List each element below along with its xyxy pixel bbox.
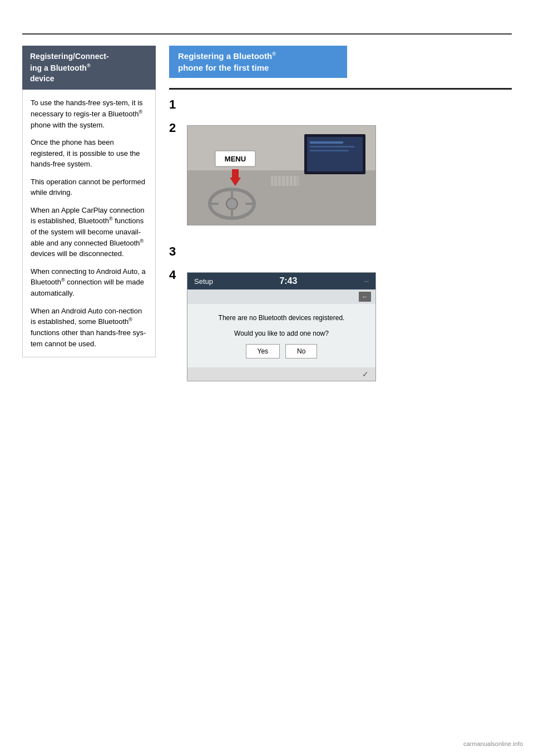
car-interior: MENU [187, 126, 375, 225]
step-4-content: Setup 7:43 ··· ← There are no Bluetooth … [187, 268, 512, 381]
setup-screen-header: Setup 7:43 ··· [187, 273, 375, 289]
step-4-number: 4 [169, 268, 180, 282]
left-para-5: When connecting to Android Auto, a Bluet… [31, 266, 147, 299]
step-3-row: 3 [169, 244, 512, 259]
left-para-6: When an Android Auto con-nection is esta… [31, 306, 147, 349]
left-column: Registering/Connect-ing a Bluetooth®devi… [22, 46, 156, 357]
setup-body-line1: There are no Bluetooth devices registere… [196, 313, 367, 323]
step-1-number: 1 [169, 97, 180, 112]
svg-rect-10 [232, 169, 239, 178]
svg-rect-4 [310, 141, 343, 144]
right-column-header: Registering a Bluetooth®phone for the fi… [169, 46, 347, 78]
step-4-row: 4 Setup 7:43 ··· ← [169, 268, 512, 381]
step-1-content [187, 97, 512, 102]
left-para-1: To use the hands-free sys-tem, it is nec… [31, 97, 147, 130]
left-column-header: Registering/Connect-ing a Bluetooth®devi… [22, 46, 156, 90]
svg-rect-17 [271, 176, 299, 186]
left-para-4: When an Apple CarPlay connection is esta… [31, 205, 147, 259]
svg-rect-5 [310, 146, 354, 148]
step-3-number: 3 [169, 244, 180, 259]
setup-screen-body: There are no Bluetooth devices registere… [187, 304, 375, 367]
back-button[interactable]: ← [359, 292, 371, 302]
setup-back-row: ← [187, 289, 375, 304]
yes-button[interactable]: Yes [246, 344, 280, 359]
left-para-2: Once the phone has been registered, it i… [31, 137, 147, 170]
step-2-number: 2 [169, 121, 180, 135]
step-3-content [187, 244, 512, 249]
watermark: carmanualsonline.info [463, 740, 523, 747]
right-column: Registering a Bluetooth®phone for the fi… [169, 46, 512, 390]
setup-body-line2: Would you like to add one now? [196, 328, 367, 338]
step-1-row: 1 [169, 97, 512, 112]
setup-screen-box: Setup 7:43 ··· ← There are no Bluetooth … [187, 272, 376, 381]
left-column-content: To use the hands-free sys-tem, it is nec… [22, 90, 156, 357]
top-rule [22, 33, 512, 35]
setup-dots: ··· [364, 278, 369, 284]
page-container: Registering/Connect-ing a Bluetooth®devi… [0, 0, 534, 756]
main-layout: Registering/Connect-ing a Bluetooth®devi… [22, 46, 512, 390]
section-divider [169, 88, 512, 90]
setup-screen-footer: ✓ [187, 367, 375, 381]
car-image-box: MENU [187, 125, 376, 225]
svg-rect-6 [310, 150, 349, 151]
car-interior-svg: MENU [187, 126, 376, 225]
left-para-3: This operation cannot be performed while… [31, 176, 147, 198]
checkmark-icon: ✓ [362, 370, 369, 379]
svg-point-12 [226, 198, 238, 209]
setup-label: Setup [194, 277, 213, 286]
setup-time: 7:43 [279, 276, 297, 286]
setup-buttons: Yes No [196, 344, 367, 359]
step-2-content: MENU [187, 121, 512, 235]
no-button[interactable]: No [285, 344, 317, 359]
svg-text:MENU: MENU [225, 155, 246, 163]
step-2-row: 2 [169, 121, 512, 235]
